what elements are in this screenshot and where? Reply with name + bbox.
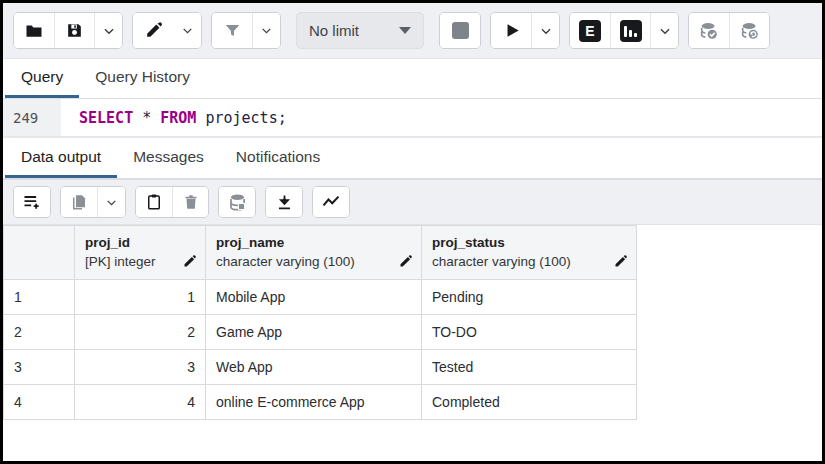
line-number-gutter: 249 — [3, 99, 61, 136]
copy-button[interactable] — [61, 187, 97, 217]
row-number-cell[interactable]: 4 — [4, 385, 75, 420]
row-limit-select[interactable]: No limit — [296, 12, 424, 49]
add-row-icon — [22, 192, 42, 212]
download-button[interactable] — [266, 187, 302, 217]
delete-trash-icon — [182, 193, 200, 211]
copy-icon — [70, 193, 88, 211]
column-header-proj-status[interactable]: proj_status character varying (100) — [422, 226, 637, 280]
paste-delete-group — [135, 186, 209, 218]
edit-menu-button[interactable] — [173, 13, 201, 48]
save-button[interactable] — [54, 13, 94, 48]
explain-button-group: E — [569, 12, 679, 49]
tab-data-output-label: Data output — [21, 148, 101, 166]
copy-group — [60, 186, 126, 218]
copy-menu-chevron-icon — [105, 196, 118, 209]
cell-proj-name[interactable]: Game App — [206, 315, 422, 350]
cell-proj-status[interactable]: Pending — [422, 280, 637, 315]
delete-button[interactable] — [172, 187, 208, 217]
data-output-toolbar — [3, 179, 822, 225]
cell-proj-name[interactable]: Web App — [206, 350, 422, 385]
row-number-cell[interactable]: 3 — [4, 350, 75, 385]
save-menu-chevron-icon — [102, 24, 116, 38]
sql-star: * — [142, 109, 160, 127]
tab-data-output[interactable]: Data output — [5, 138, 117, 178]
edit-column-pencil-icon[interactable] — [398, 254, 413, 269]
paste-clipboard-icon — [145, 193, 163, 211]
explain-analyze-button[interactable] — [610, 13, 650, 48]
column-header-proj-id[interactable]: proj_id [PK] integer — [75, 226, 206, 280]
explain-button[interactable]: E — [570, 13, 610, 48]
row-limit-value: No limit — [309, 22, 359, 39]
add-row-button[interactable] — [14, 187, 50, 217]
rollback-db-undo-icon — [739, 20, 761, 42]
tab-query-label: Query — [21, 68, 63, 86]
table-row[interactable]: 1 1 Mobile App Pending — [4, 280, 637, 315]
execute-button[interactable] — [491, 13, 531, 48]
tab-messages[interactable]: Messages — [117, 138, 220, 178]
sql-keyword-from: FROM — [160, 109, 205, 127]
tab-notifications[interactable]: Notifications — [220, 138, 336, 178]
sql-editor[interactable]: 249 SELECT * FROM projects; — [3, 99, 822, 137]
table-row[interactable]: 3 3 Web App Tested — [4, 350, 637, 385]
select-all-corner[interactable] — [4, 226, 75, 280]
table-row[interactable]: 2 2 Game App TO-DO — [4, 315, 637, 350]
execute-menu-button[interactable] — [531, 13, 559, 48]
cell-proj-id[interactable]: 4 — [75, 385, 206, 420]
pgadmin-query-tool-window: No limit E — [0, 0, 825, 464]
edit-column-pencil-icon[interactable] — [182, 254, 197, 269]
header-row: proj_id [PK] integer proj_name — [4, 226, 637, 280]
column-header-proj-name[interactable]: proj_name character varying (100) — [206, 226, 422, 280]
graph-visualiser-icon — [321, 192, 341, 212]
tab-query[interactable]: Query — [5, 59, 79, 98]
column-name: proj_id — [85, 234, 156, 252]
open-file-icon — [24, 21, 44, 41]
save-icon — [65, 21, 84, 40]
column-name: proj_status — [432, 234, 571, 252]
row-number-cell[interactable]: 2 — [4, 315, 75, 350]
rollback-button[interactable] — [729, 13, 769, 48]
explain-analyze-bars-icon — [620, 20, 642, 42]
sql-keyword-select: SELECT — [79, 109, 142, 127]
cell-proj-status[interactable]: Completed — [422, 385, 637, 420]
tab-query-history-label: Query History — [95, 68, 190, 86]
column-type: character varying (100) — [432, 253, 571, 271]
filter-button[interactable] — [212, 13, 252, 48]
open-file-button[interactable] — [14, 13, 54, 48]
copy-menu-button[interactable] — [97, 187, 125, 217]
sql-identifier: projects; — [205, 109, 286, 127]
table-row[interactable]: 4 4 online E-commerce App Completed — [4, 385, 637, 420]
commit-button[interactable] — [689, 13, 729, 48]
cell-proj-name[interactable]: Mobile App — [206, 280, 422, 315]
cell-proj-id[interactable]: 2 — [75, 315, 206, 350]
file-button-group — [13, 12, 123, 49]
cell-proj-id[interactable]: 1 — [75, 280, 206, 315]
stop-button-group — [439, 12, 481, 49]
query-toolbar: No limit E — [3, 3, 822, 59]
cell-proj-name[interactable]: online E-commerce App — [206, 385, 422, 420]
stop-button[interactable] — [440, 13, 480, 48]
stop-icon — [452, 22, 469, 39]
filter-menu-button[interactable] — [252, 13, 280, 48]
column-type: character varying (100) — [216, 253, 355, 271]
edit-button-group — [132, 12, 202, 49]
result-table: proj_id [PK] integer proj_name — [3, 225, 637, 420]
save-data-changes-button[interactable] — [219, 187, 255, 217]
column-type: [PK] integer — [85, 253, 156, 271]
commit-db-check-icon — [698, 20, 720, 42]
output-tab-bar: Data output Messages Notifications — [3, 137, 822, 179]
execute-play-icon — [502, 21, 521, 40]
filter-menu-chevron-icon — [260, 24, 273, 37]
tab-query-history[interactable]: Query History — [79, 59, 206, 98]
edit-button[interactable] — [133, 13, 173, 48]
query-tab-bar: Query Query History — [3, 59, 822, 99]
explain-menu-button[interactable] — [650, 13, 678, 48]
save-menu-button[interactable] — [94, 13, 122, 48]
cell-proj-status[interactable]: Tested — [422, 350, 637, 385]
graph-visualiser-button[interactable] — [313, 187, 349, 217]
sql-code-line[interactable]: SELECT * FROM projects; — [61, 99, 287, 136]
edit-column-pencil-icon[interactable] — [613, 254, 628, 269]
paste-button[interactable] — [136, 187, 172, 217]
row-number-cell[interactable]: 1 — [4, 280, 75, 315]
cell-proj-id[interactable]: 3 — [75, 350, 206, 385]
cell-proj-status[interactable]: TO-DO — [422, 315, 637, 350]
